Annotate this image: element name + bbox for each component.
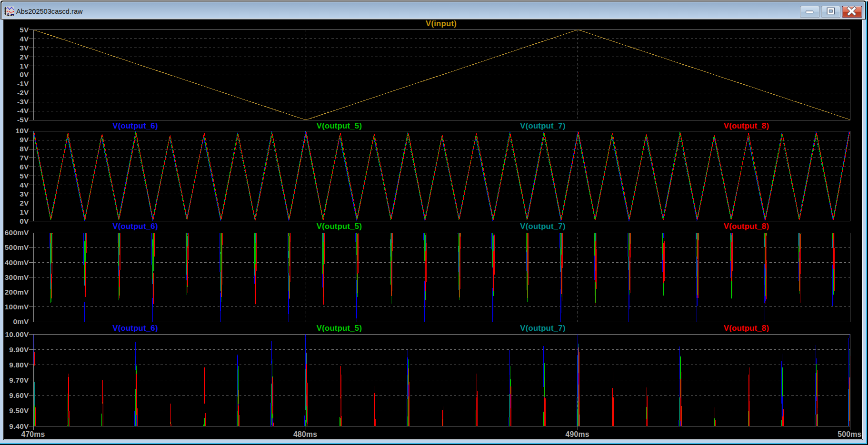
svg-text:9.70V: 9.70V	[9, 376, 29, 384]
svg-text:V(output_6): V(output_6)	[112, 324, 158, 333]
svg-text:-3V: -3V	[17, 98, 29, 106]
svg-text:300mV: 300mV	[5, 273, 29, 281]
svg-text:V(output_7): V(output_7)	[520, 222, 565, 231]
svg-text:4V: 4V	[20, 35, 29, 43]
svg-text:V(output_7): V(output_7)	[520, 121, 565, 130]
svg-text:2V: 2V	[20, 53, 29, 61]
svg-text:9V: 9V	[20, 136, 29, 144]
svg-text:0mV: 0mV	[13, 317, 29, 326]
svg-text:2V: 2V	[20, 199, 29, 207]
svg-text:3V: 3V	[20, 190, 29, 198]
svg-text:V(output_6): V(output_6)	[112, 222, 158, 231]
svg-text:9.40V: 9.40V	[9, 422, 29, 430]
svg-text:-2V: -2V	[17, 89, 29, 97]
svg-text:400mV: 400mV	[5, 258, 29, 267]
svg-text:600mV: 600mV	[5, 228, 29, 237]
svg-text:500ms: 500ms	[838, 430, 861, 438]
svg-text:V(output_5): V(output_5)	[317, 324, 362, 333]
svg-text:10V: 10V	[16, 127, 30, 135]
svg-text:4V: 4V	[20, 181, 29, 189]
svg-text:7V: 7V	[20, 154, 29, 162]
svg-text:0V: 0V	[20, 70, 29, 79]
svg-text:100mV: 100mV	[5, 303, 29, 311]
svg-text:6V: 6V	[20, 163, 29, 171]
svg-text:9.60V: 9.60V	[9, 391, 29, 399]
svg-text:3V: 3V	[20, 44, 29, 52]
svg-text:1V: 1V	[20, 208, 29, 216]
svg-text:5V: 5V	[20, 172, 29, 180]
svg-text:V(output_5): V(output_5)	[317, 121, 362, 130]
svg-text:500mV: 500mV	[5, 243, 29, 251]
svg-text:480ms: 480ms	[293, 430, 317, 438]
svg-text:9.90V: 9.90V	[9, 346, 29, 354]
svg-text:-1V: -1V	[17, 79, 29, 88]
svg-text:490ms: 490ms	[566, 430, 589, 438]
svg-text:200mV: 200mV	[5, 288, 29, 296]
svg-text:V(output_6): V(output_6)	[112, 121, 158, 130]
svg-text:5V: 5V	[20, 26, 29, 34]
svg-text:9.80V: 9.80V	[9, 361, 29, 369]
svg-text:8V: 8V	[20, 145, 29, 153]
svg-text:-5V: -5V	[17, 116, 29, 124]
svg-text:V(output_8): V(output_8)	[724, 121, 769, 130]
svg-text:-4V: -4V	[17, 107, 29, 115]
svg-text:10.00V: 10.00V	[5, 330, 30, 338]
svg-text:V(output_8): V(output_8)	[724, 324, 769, 333]
svg-text:Abs202503cascd.raw: Abs202503cascd.raw	[16, 8, 83, 15]
svg-text:9.50V: 9.50V	[9, 406, 29, 415]
svg-text:0V: 0V	[20, 217, 29, 225]
svg-text:V(output_8): V(output_8)	[724, 222, 769, 231]
svg-text:1V: 1V	[20, 62, 29, 70]
svg-text:470ms: 470ms	[21, 430, 45, 438]
svg-text:V(output_5): V(output_5)	[317, 222, 362, 231]
svg-text:V(output_7): V(output_7)	[520, 324, 565, 333]
svg-text:V(input): V(input)	[426, 19, 457, 28]
